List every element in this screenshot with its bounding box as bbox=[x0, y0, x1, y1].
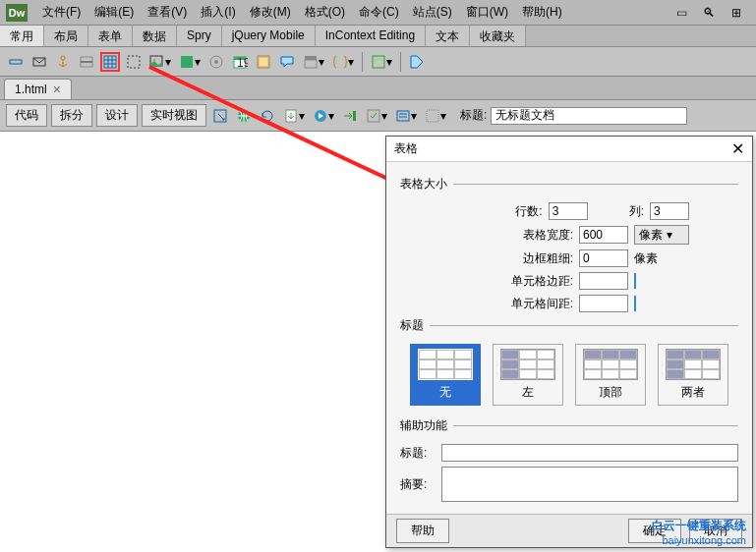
cellspacing-input[interactable] bbox=[579, 295, 628, 312]
menu-view[interactable]: 查看(V) bbox=[141, 2, 194, 23]
comment-icon[interactable] bbox=[277, 52, 297, 72]
preview-icon[interactable]: ▾ bbox=[311, 106, 336, 126]
template-icon[interactable]: ▾ bbox=[369, 52, 394, 72]
close-icon[interactable]: ✕ bbox=[731, 139, 744, 158]
svg-rect-24 bbox=[375, 58, 382, 61]
document-toolbar: 代码 拆分 设计 实时视图 ▾ ▾ ▾ ▾ ▾ 标题: bbox=[0, 100, 756, 132]
section-access-label: 辅助功能 bbox=[400, 417, 447, 434]
menu-edit[interactable]: 编辑(E) bbox=[87, 2, 141, 23]
width-label: 表格宽度: bbox=[523, 227, 573, 244]
tab-jquery[interactable]: jQuery Mobile bbox=[222, 26, 316, 46]
file-tab[interactable]: 1.html × bbox=[4, 79, 72, 99]
media-icon[interactable]: ▾ bbox=[177, 52, 203, 72]
menu-modify[interactable]: 修改(M) bbox=[243, 2, 298, 23]
head-icon[interactable]: ▾ bbox=[301, 52, 326, 72]
table-icon[interactable] bbox=[100, 52, 120, 72]
tab-layout[interactable]: 布局 bbox=[44, 26, 88, 46]
browser-icon[interactable] bbox=[234, 106, 254, 126]
script-icon[interactable]: ▾ bbox=[330, 52, 356, 72]
dialog-footer: 帮助 确定 取消 bbox=[386, 514, 752, 547]
menu-insert[interactable]: 插入(I) bbox=[194, 2, 242, 23]
cols-input[interactable] bbox=[650, 202, 689, 220]
cellpadding-label: 单元格边距: bbox=[511, 273, 573, 290]
summary-textarea[interactable] bbox=[441, 467, 738, 502]
header-top-option[interactable]: 顶部 bbox=[575, 344, 646, 406]
header-both-option[interactable]: 两者 bbox=[658, 344, 728, 406]
tab-forms[interactable]: 表单 bbox=[88, 26, 133, 46]
tab-spry[interactable]: Spry bbox=[177, 26, 222, 46]
header-none-option[interactable]: 无 bbox=[410, 344, 481, 406]
cellpadding-input[interactable] bbox=[579, 272, 628, 290]
title-input[interactable] bbox=[491, 107, 687, 125]
border-unit: 像素 bbox=[634, 250, 689, 267]
svg-point-12 bbox=[153, 59, 155, 61]
width-input[interactable] bbox=[579, 226, 628, 244]
layout-icon[interactable]: ▭ bbox=[671, 4, 691, 22]
insert-toolbar: ▾ ▾ 19 ▾ ▾ ▾ bbox=[0, 47, 756, 77]
tab-data[interactable]: 数据 bbox=[133, 26, 177, 46]
svg-rect-22 bbox=[305, 60, 317, 68]
border-input[interactable] bbox=[579, 249, 628, 267]
live-view-button[interactable]: 实时视图 bbox=[142, 104, 206, 127]
help-button[interactable]: 帮助 bbox=[396, 519, 449, 543]
email-icon[interactable] bbox=[29, 52, 49, 72]
tab-favorites[interactable]: 收藏夹 bbox=[470, 26, 526, 46]
date-icon[interactable]: 19 bbox=[230, 52, 250, 72]
header-none-icon bbox=[418, 349, 473, 380]
menu-file[interactable]: 文件(F) bbox=[35, 2, 87, 23]
refresh-icon[interactable] bbox=[258, 106, 277, 126]
cellspacing-icon bbox=[634, 296, 636, 311]
search-icon[interactable]: 🔍︎ bbox=[699, 4, 719, 22]
border-label: 边框粗细: bbox=[523, 250, 573, 267]
close-tab-icon[interactable]: × bbox=[53, 84, 61, 94]
menu-site[interactable]: 站点(S) bbox=[406, 2, 459, 23]
dialog-titlebar[interactable]: 表格 ✕ bbox=[386, 137, 752, 162]
file-mgmt-icon[interactable]: ▾ bbox=[281, 106, 307, 126]
div-icon[interactable] bbox=[124, 52, 144, 72]
validate-icon[interactable]: ▾ bbox=[364, 106, 389, 126]
app-logo: Dw bbox=[6, 4, 28, 22]
svg-point-2 bbox=[61, 56, 65, 60]
hyperlink-icon[interactable] bbox=[6, 52, 26, 72]
anchor-icon[interactable] bbox=[53, 52, 73, 72]
widget-icon[interactable] bbox=[206, 52, 226, 72]
svg-rect-5 bbox=[104, 56, 116, 68]
svg-text:19: 19 bbox=[237, 56, 248, 70]
check-icon[interactable]: ▾ bbox=[393, 106, 419, 126]
nav-icon[interactable] bbox=[340, 106, 360, 126]
caption-label: 标题: bbox=[400, 445, 434, 462]
table-dialog: 表格 ✕ 表格大小 行数: 列: 表格宽度: 像素▾ 边框粗细: 像素 单元格边… bbox=[385, 136, 753, 548]
tab-common[interactable]: 常用 bbox=[0, 26, 44, 46]
menu-format[interactable]: 格式(O) bbox=[298, 2, 352, 23]
svg-rect-0 bbox=[10, 60, 22, 64]
tab-text[interactable]: 文本 bbox=[426, 26, 470, 46]
cols-label: 列: bbox=[629, 203, 644, 220]
ssi-icon[interactable] bbox=[254, 52, 273, 72]
code-view-button[interactable]: 代码 bbox=[6, 104, 47, 127]
width-unit-select[interactable]: 像素▾ bbox=[634, 225, 689, 245]
menu-help[interactable]: 帮助(H) bbox=[515, 2, 569, 23]
image-icon[interactable]: ▾ bbox=[147, 52, 173, 72]
split-view-button[interactable]: 拆分 bbox=[51, 104, 92, 127]
tab-incontext[interactable]: InContext Editing bbox=[316, 26, 426, 46]
menu-commands[interactable]: 命令(C) bbox=[352, 2, 406, 23]
summary-label: 摘要: bbox=[400, 476, 434, 493]
grid-icon[interactable]: ⊞ bbox=[727, 4, 746, 22]
svg-rect-13 bbox=[181, 56, 193, 68]
section-header-label: 标题 bbox=[400, 317, 424, 334]
design-view-button[interactable]: 设计 bbox=[96, 104, 138, 127]
svg-rect-31 bbox=[397, 111, 409, 121]
header-left-option[interactable]: 左 bbox=[493, 344, 563, 406]
svg-rect-21 bbox=[305, 56, 317, 60]
tag-icon[interactable] bbox=[407, 52, 427, 72]
cancel-button[interactable]: 取消 bbox=[689, 519, 742, 543]
rows-input[interactable] bbox=[549, 202, 588, 220]
hr-icon[interactable] bbox=[77, 52, 96, 72]
caption-input[interactable] bbox=[441, 444, 738, 462]
inspect-icon[interactable] bbox=[210, 106, 230, 126]
ok-button[interactable]: 确定 bbox=[628, 519, 681, 543]
category-tabbar: 常用 布局 表单 数据 Spry jQuery Mobile InContext… bbox=[0, 26, 756, 47]
visual-aids-icon[interactable]: ▾ bbox=[423, 106, 448, 126]
svg-rect-29 bbox=[353, 111, 356, 121]
menu-window[interactable]: 窗口(W) bbox=[459, 2, 515, 23]
